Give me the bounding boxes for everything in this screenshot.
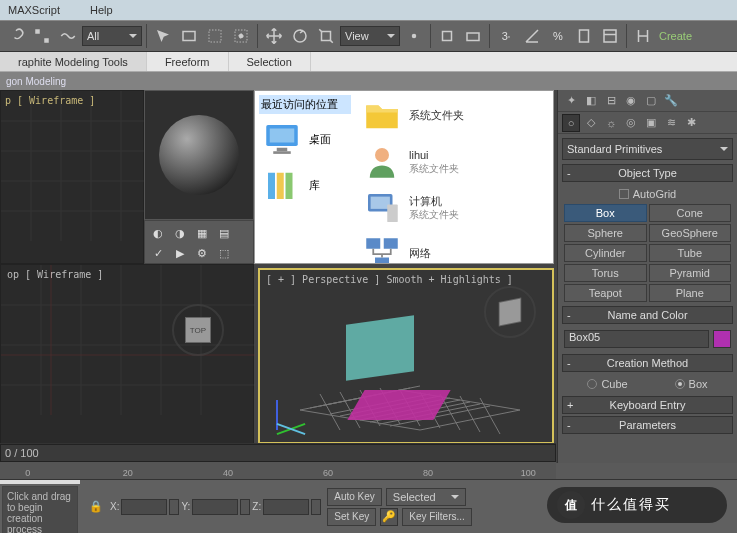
selection-filter-combo[interactable]: All bbox=[82, 26, 142, 46]
fb-recent[interactable]: 最近访问的位置 bbox=[259, 95, 351, 114]
snap-icon[interactable]: 3▫ bbox=[494, 24, 518, 48]
pyramid-button[interactable]: Pyramid bbox=[649, 264, 732, 282]
key-icon[interactable]: 🔑 bbox=[380, 508, 398, 526]
modify-tab-icon[interactable]: ◧ bbox=[582, 92, 600, 110]
shapes-icon[interactable]: ◇ bbox=[582, 114, 600, 132]
torus-button[interactable]: Torus bbox=[564, 264, 647, 282]
setkey-button[interactable]: Set Key bbox=[327, 508, 376, 526]
ribbon-subtab[interactable]: gon Modeling bbox=[0, 72, 737, 90]
editor-icon[interactable] bbox=[598, 24, 622, 48]
pivot-icon[interactable] bbox=[402, 24, 426, 48]
x-input[interactable] bbox=[121, 499, 167, 515]
tab-freeform[interactable]: Freeform bbox=[147, 52, 229, 71]
fb-library[interactable]: 库 bbox=[259, 164, 351, 206]
geometry-icon[interactable]: ○ bbox=[562, 114, 580, 132]
cameras-icon[interactable]: ◎ bbox=[622, 114, 640, 132]
keyboard-shortcut-icon[interactable] bbox=[461, 24, 485, 48]
creation-method-header[interactable]: -Creation Method bbox=[562, 354, 733, 372]
plane-object[interactable] bbox=[347, 390, 450, 420]
name-color-header[interactable]: -Name and Color bbox=[562, 306, 733, 324]
backlight-icon[interactable]: ◑ bbox=[170, 224, 190, 242]
y-input[interactable] bbox=[192, 499, 238, 515]
select-rect-icon[interactable] bbox=[203, 24, 227, 48]
create-label[interactable]: Create bbox=[657, 24, 694, 48]
ref-coord-combo[interactable]: View bbox=[340, 26, 400, 46]
systems-icon[interactable]: ✱ bbox=[682, 114, 700, 132]
select-icon[interactable] bbox=[151, 24, 175, 48]
waves-icon[interactable] bbox=[56, 24, 80, 48]
viewcube[interactable]: TOP bbox=[176, 308, 220, 352]
primitives-combo[interactable]: Standard Primitives bbox=[562, 138, 733, 160]
material-preview[interactable] bbox=[144, 90, 254, 220]
align-icon[interactable] bbox=[631, 24, 655, 48]
window-crossing-icon[interactable] bbox=[229, 24, 253, 48]
geosphere-button[interactable]: GeoSphere bbox=[649, 224, 732, 242]
menu-maxscript[interactable]: MAXScript bbox=[8, 4, 60, 16]
cylinder-button[interactable]: Cylinder bbox=[564, 244, 647, 262]
parameters-header[interactable]: -Parameters bbox=[562, 416, 733, 434]
select-by-mat-icon[interactable]: ⬚ bbox=[214, 244, 234, 262]
fb-sysfolder[interactable]: 系统文件夹 bbox=[359, 95, 551, 137]
make-preview-icon[interactable]: ▶ bbox=[170, 244, 190, 262]
autogrid-checkbox[interactable]: AutoGrid bbox=[564, 186, 731, 202]
autokey-button[interactable]: Auto Key bbox=[327, 488, 382, 506]
create-tab-icon[interactable]: ✦ bbox=[562, 92, 580, 110]
cube-radio[interactable]: Cube bbox=[587, 378, 627, 390]
keyfilters-button[interactable]: Key Filters... bbox=[402, 508, 472, 526]
fb-network[interactable]: 网络 bbox=[359, 233, 551, 264]
lock-icon[interactable]: 🔒 bbox=[84, 495, 108, 519]
z-spinner[interactable] bbox=[311, 499, 321, 515]
timeline[interactable]: 0 / 100 0 20 40 60 80 100 bbox=[0, 443, 556, 479]
lights-icon[interactable]: ☼ bbox=[602, 114, 620, 132]
color-swatch[interactable] bbox=[713, 330, 731, 348]
box-button[interactable]: Box bbox=[564, 204, 647, 222]
plane-button[interactable]: Plane bbox=[649, 284, 732, 302]
background-icon[interactable]: ▦ bbox=[192, 224, 212, 242]
viewport-top-left[interactable]: p [ Wireframe ] bbox=[0, 90, 144, 264]
z-input[interactable] bbox=[263, 499, 309, 515]
schematic-icon[interactable] bbox=[30, 24, 54, 48]
angle-snap-icon[interactable] bbox=[520, 24, 544, 48]
cone-button[interactable]: Cone bbox=[649, 204, 732, 222]
percent-snap-icon[interactable]: % bbox=[546, 24, 570, 48]
keyboard-entry-header[interactable]: +Keyboard Entry bbox=[562, 396, 733, 414]
video-check-icon[interactable]: ✓ bbox=[148, 244, 168, 262]
file-browser[interactable]: 最近访问的位置 桌面 库 系统文件夹 lihui系统文件夹 计算机系统 bbox=[254, 90, 554, 264]
key-target-combo[interactable]: Selected bbox=[386, 488, 466, 506]
helpers-icon[interactable]: ▣ bbox=[642, 114, 660, 132]
sample-type-icon[interactable]: ◐ bbox=[148, 224, 168, 242]
fb-lihui[interactable]: lihui系统文件夹 bbox=[359, 141, 551, 183]
fb-computer[interactable]: 计算机系统文件夹 bbox=[359, 187, 551, 229]
object-name-input[interactable]: Box05 bbox=[564, 330, 709, 348]
main-toolbar: All View 3▫ % Create bbox=[0, 20, 737, 52]
viewport-bottom-left[interactable]: op [ Wireframe ] bbox=[0, 264, 254, 444]
tab-modeling-tools[interactable]: raphite Modeling Tools bbox=[0, 52, 147, 71]
scale-icon[interactable] bbox=[314, 24, 338, 48]
menu-help[interactable]: Help bbox=[90, 4, 113, 16]
box-object[interactable] bbox=[346, 315, 414, 381]
motion-tab-icon[interactable]: ◉ bbox=[622, 92, 640, 110]
hierarchy-tab-icon[interactable]: ⊟ bbox=[602, 92, 620, 110]
box-radio[interactable]: Box bbox=[675, 378, 708, 390]
manipulate-icon[interactable] bbox=[435, 24, 459, 48]
tube-button[interactable]: Tube bbox=[649, 244, 732, 262]
options-icon[interactable]: ⚙ bbox=[192, 244, 212, 262]
rotate-icon[interactable] bbox=[288, 24, 312, 48]
sphere-button[interactable]: Sphere bbox=[564, 224, 647, 242]
link-icon[interactable] bbox=[4, 24, 28, 48]
svg-rect-33 bbox=[384, 238, 398, 249]
teapot-button[interactable]: Teapot bbox=[564, 284, 647, 302]
display-tab-icon[interactable]: ▢ bbox=[642, 92, 660, 110]
y-spinner[interactable] bbox=[240, 499, 250, 515]
spinner-snap-icon[interactable] bbox=[572, 24, 596, 48]
x-spinner[interactable] bbox=[169, 499, 179, 515]
viewcube[interactable] bbox=[488, 290, 532, 334]
move-icon[interactable] bbox=[262, 24, 286, 48]
spacewarps-icon[interactable]: ≋ bbox=[662, 114, 680, 132]
fb-desktop[interactable]: 桌面 bbox=[259, 118, 351, 160]
tab-selection[interactable]: Selection bbox=[229, 52, 311, 71]
object-type-header[interactable]: -Object Type bbox=[562, 164, 733, 182]
uv-tiling-icon[interactable]: ▤ bbox=[214, 224, 234, 242]
select-name-icon[interactable] bbox=[177, 24, 201, 48]
utilities-tab-icon[interactable]: 🔧 bbox=[662, 92, 680, 110]
